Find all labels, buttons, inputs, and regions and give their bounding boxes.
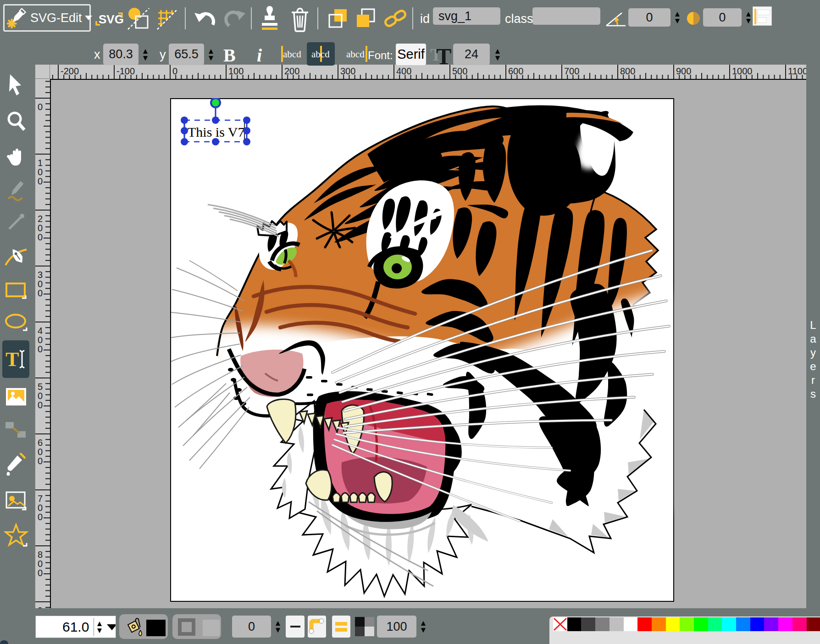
svg-text:T: T [6,348,19,371]
svg-text:0: 0 [38,167,43,177]
svg-text:0: 0 [38,335,43,345]
svg-text:-200: -200 [61,66,79,76]
svg-text:2: 2 [38,214,43,224]
svg-text:100: 100 [228,66,244,76]
svg-text:0: 0 [38,176,43,186]
svg-text:1000: 1000 [732,66,753,76]
svg-text:900: 900 [676,66,691,76]
svg-text:7: 7 [38,494,43,504]
svg-text:3: 3 [38,270,43,280]
svg-text:0: 0 [38,102,43,112]
svg-text:0: 0 [38,503,43,513]
svg-text:0: 0 [38,391,43,401]
svg-text:400: 400 [396,66,411,76]
svg-text:9: 9 [38,605,43,608]
svg-text:T: T [436,44,451,66]
svg-text:0: 0 [38,400,43,410]
svg-text:1100: 1100 [788,66,806,76]
svg-text:0: 0 [38,288,43,298]
svg-text:8: 8 [38,550,43,560]
svg-text:0: 0 [172,66,177,76]
svg-text:-100: -100 [116,66,135,76]
svg-text:0: 0 [38,223,43,233]
svg-text:700: 700 [564,66,579,76]
svg-text:6: 6 [38,438,43,448]
svg-text:500: 500 [452,66,467,76]
svg-text:200: 200 [284,66,299,76]
svg-text:0: 0 [38,279,43,289]
svg-text:4: 4 [38,326,43,336]
svg-text:0: 0 [38,232,43,242]
svg-text:0: 0 [38,568,43,578]
svg-text:800: 800 [620,66,635,76]
svg-text:0: 0 [38,512,43,522]
svg-text:600: 600 [508,66,523,76]
svg-text:SVG: SVG [99,12,124,26]
svg-text:1: 1 [38,158,43,168]
svg-text:0: 0 [38,559,43,569]
svg-text:5: 5 [38,382,43,392]
svg-text:0: 0 [38,344,43,354]
svg-text:0: 0 [38,456,43,466]
svg-text:0: 0 [38,447,43,457]
svg-text:300: 300 [340,66,355,76]
